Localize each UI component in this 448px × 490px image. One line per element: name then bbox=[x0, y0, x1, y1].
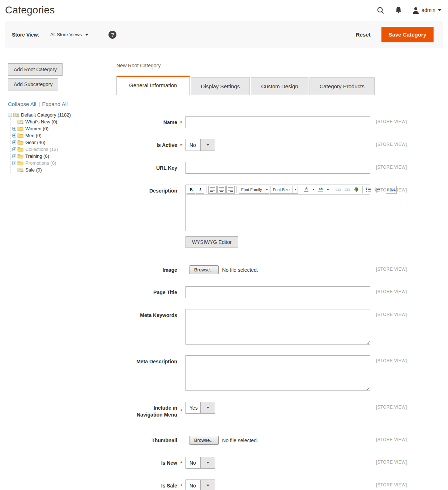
tab-display-settings[interactable]: Display Settings bbox=[191, 77, 250, 95]
text-color-button[interactable]: A bbox=[302, 186, 310, 194]
add-root-category-button[interactable]: Add Root Category bbox=[8, 63, 63, 76]
collapse-all-link[interactable]: Collapse All bbox=[8, 101, 36, 107]
tree-item-women[interactable]: Women (0) bbox=[12, 125, 113, 132]
search-icon[interactable] bbox=[377, 7, 384, 14]
is-new-select[interactable]: No bbox=[185, 457, 215, 469]
tree-item-training[interactable]: Training (6) bbox=[12, 153, 113, 160]
expand-icon[interactable] bbox=[12, 161, 16, 165]
url-key-input[interactable] bbox=[185, 162, 370, 174]
scope-label: [STORE VIEW] bbox=[376, 434, 407, 442]
collapse-icon[interactable] bbox=[8, 113, 12, 117]
description-editor-body[interactable] bbox=[186, 195, 370, 231]
select-value: No bbox=[186, 139, 200, 151]
expand-icon[interactable] bbox=[12, 147, 16, 151]
thumbnail-browse-button[interactable]: Browse... bbox=[189, 436, 219, 445]
caret-down-icon bbox=[264, 186, 269, 194]
bullet-list-button[interactable] bbox=[364, 186, 373, 194]
folder-icon bbox=[17, 161, 24, 165]
page-title-input[interactable] bbox=[185, 286, 370, 298]
font-family-select[interactable]: Font Family bbox=[239, 186, 269, 194]
tab-general-information[interactable]: General Information bbox=[116, 76, 190, 95]
highlight-color-caret[interactable] bbox=[325, 186, 330, 194]
field-row-image: Image Browse... No file selected. [STORE… bbox=[116, 264, 439, 274]
tab-category-products[interactable]: Category Products bbox=[310, 77, 375, 95]
store-view-switcher[interactable]: All Store Views bbox=[50, 32, 89, 37]
is-sale-select[interactable]: No bbox=[185, 480, 215, 490]
tree-item-label: Gear (46) bbox=[25, 140, 46, 145]
links-divider: | bbox=[38, 101, 40, 107]
folder-search-icon bbox=[17, 119, 24, 124]
expand-icon[interactable] bbox=[12, 127, 16, 131]
expand-icon[interactable] bbox=[12, 134, 16, 138]
tree-item-men[interactable]: Men (0) bbox=[12, 132, 113, 139]
required-spacer bbox=[177, 286, 185, 290]
meta-description-textarea[interactable] bbox=[185, 355, 370, 391]
tree-item-default-category[interactable]: Default Category (1182) bbox=[8, 111, 113, 118]
select-caret-button[interactable] bbox=[200, 480, 215, 490]
link-icon bbox=[336, 188, 341, 191]
select-caret-button[interactable] bbox=[200, 457, 215, 468]
category-tree: Default Category (1182) What's New (0) W… bbox=[8, 111, 113, 173]
name-input[interactable] bbox=[185, 116, 370, 128]
field-row-is-sale: Is Sale * No [STORE VIEW] bbox=[116, 480, 439, 490]
bell-icon[interactable] bbox=[395, 7, 402, 14]
field-row-meta-description: Meta Description [STORE VIEW] bbox=[116, 355, 439, 391]
help-icon[interactable]: ? bbox=[108, 31, 116, 39]
add-subcategory-button[interactable]: Add Subcategory bbox=[8, 78, 58, 90]
include-in-nav-select[interactable]: Yes bbox=[185, 402, 215, 414]
tree-item-collections[interactable]: Collections (13) bbox=[12, 146, 113, 153]
field-row-include-in-nav: Include in Navigation Menu * Yes [STORE … bbox=[116, 402, 439, 418]
caret-down-icon bbox=[206, 407, 209, 409]
reset-button[interactable]: Reset bbox=[356, 31, 371, 38]
insert-image-button[interactable] bbox=[352, 186, 360, 194]
folder-icon bbox=[17, 154, 24, 159]
tree-item-label: Sale (0) bbox=[25, 167, 42, 173]
folder-icon bbox=[17, 147, 24, 152]
tree-item-label: Promotions (0) bbox=[25, 160, 56, 166]
required-spacer bbox=[177, 162, 185, 165]
remove-link-button[interactable] bbox=[343, 186, 351, 194]
tab-custom-design[interactable]: Custom Design bbox=[251, 77, 308, 95]
insert-link-button[interactable] bbox=[334, 186, 342, 194]
is-active-select[interactable]: No bbox=[185, 139, 215, 151]
italic-button[interactable]: I bbox=[196, 186, 204, 194]
text-color-caret[interactable] bbox=[311, 186, 316, 194]
folder-search-icon bbox=[13, 113, 19, 117]
field-label: Meta Keywords bbox=[116, 309, 177, 319]
scope-label: [STORE VIEW] bbox=[376, 185, 407, 193]
meta-keywords-textarea[interactable] bbox=[185, 309, 370, 345]
expand-icon[interactable] bbox=[12, 140, 16, 144]
italic-icon: I bbox=[199, 187, 201, 193]
caret-down-icon bbox=[206, 144, 209, 146]
required-spacer bbox=[177, 434, 185, 438]
select-caret-button[interactable] bbox=[200, 402, 215, 413]
highlight-color-button[interactable]: ab bbox=[316, 186, 325, 194]
caret-down-icon bbox=[438, 9, 441, 11]
account-menu[interactable]: admin bbox=[413, 7, 441, 14]
scope-label: [STORE VIEW] bbox=[376, 355, 407, 363]
forecolor-icon: A bbox=[304, 187, 308, 192]
field-label: Is New bbox=[116, 457, 177, 466]
align-center-button[interactable] bbox=[217, 186, 226, 194]
select-caret-button[interactable] bbox=[200, 139, 215, 151]
font-size-select[interactable]: Font Size bbox=[270, 186, 298, 194]
tree-item-sale[interactable]: Sale (0) bbox=[12, 166, 113, 173]
tree-item-label: Default Category (1182) bbox=[21, 112, 71, 118]
page-title: Categories bbox=[5, 4, 55, 16]
required-marker: * bbox=[177, 402, 185, 414]
tree-item-whats-new[interactable]: What's New (0) bbox=[12, 118, 113, 125]
save-category-button[interactable]: Save Category bbox=[381, 27, 434, 42]
field-row-is-active: Is Active * No [STORE VIEW] bbox=[116, 139, 439, 151]
wysiwyg-editor-button[interactable]: WYSIWYG Editor bbox=[185, 236, 238, 248]
tree-item-gear[interactable]: Gear (46) bbox=[12, 139, 113, 146]
align-right-button[interactable] bbox=[226, 186, 235, 194]
tree-item-promotions[interactable]: Promotions (0) bbox=[12, 160, 113, 166]
expand-all-link[interactable]: Expand All bbox=[42, 101, 68, 107]
expand-icon[interactable] bbox=[12, 154, 16, 158]
bold-button[interactable]: B bbox=[187, 186, 195, 194]
align-left-button[interactable] bbox=[208, 186, 217, 194]
tree-item-label: Training (6) bbox=[25, 153, 49, 159]
font-size-label: Font Size bbox=[270, 186, 293, 194]
image-browse-button[interactable]: Browse... bbox=[189, 265, 219, 274]
store-view-toolbar: Store View: All Store Views ? Reset Save… bbox=[5, 21, 443, 48]
